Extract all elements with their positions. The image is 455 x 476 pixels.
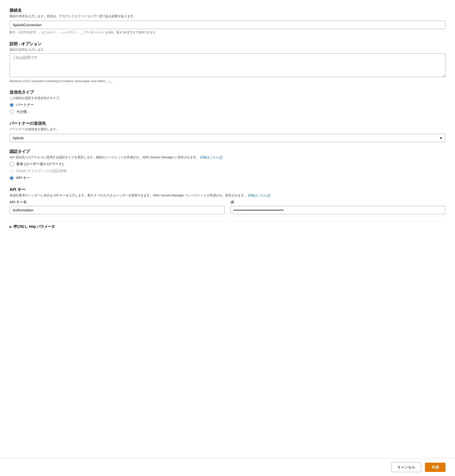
partner-destination-wrapper: Splunk Datadog Dynatrace New Relic Sumo …: [9, 134, 446, 142]
auth-type-basic-radio[interactable]: [9, 162, 14, 166]
partner-destination-select[interactable]: Splunk Datadog Dynatrace New Relic Sumo …: [9, 134, 446, 142]
destination-type-other-radio[interactable]: [9, 110, 14, 114]
auth-type-link[interactable]: 詳細はこちら: [200, 155, 222, 159]
http-params-label: 呼び出し Http パラメータ: [14, 225, 55, 229]
description-section: 説明 - オプション 接続の説明を入力します。 Maximum of 512 c…: [9, 41, 446, 83]
auth-type-basic-label: 基本 (ユーザー名/パスワード): [16, 162, 63, 166]
destination-type-desc: この接続が認証する送信先のタイプ。: [9, 96, 446, 100]
api-key-name-label: API キー名: [9, 200, 225, 204]
description-desc: 接続の説明を入力します。: [9, 48, 446, 52]
auth-type-label: 認証タイプ: [9, 149, 446, 154]
http-params-section: ▶ 呼び出し Http パラメータ: [9, 221, 446, 229]
description-input[interactable]: [9, 53, 446, 77]
partner-destination-label: パートナーの送信先: [9, 121, 446, 126]
external-link-icon: [219, 156, 222, 159]
auth-type-section: 認証タイプ API 送信先へのアクセスに使用する認証タイプを選択します。接続のシ…: [9, 149, 446, 180]
destination-type-other-label: その他: [16, 109, 27, 114]
connection-name-hint: 数字、小文字/大文字、.（ピリオド）、-（ハイフン）、_（アンダーバー）を含め、…: [9, 31, 446, 34]
expand-triangle-icon: ▶: [9, 225, 12, 228]
auth-type-radio-group: 基本 (ユーザー名/パスワード) OAuth クライアントの認証情報 API キ…: [9, 162, 446, 180]
apikey-external-link-icon: [267, 194, 270, 197]
connection-name-section: 接続名 接続の名前を入力します。名前は、アカウントとリージョンで一意である必要が…: [9, 8, 446, 34]
auth-type-basic-option[interactable]: 基本 (ユーザー名/パスワード): [9, 162, 446, 166]
destination-type-radio-group: パートナー その他: [9, 103, 446, 114]
connection-name-desc: 接続の名前を入力します。名前は、アカウントとリージョンで一意である必要があります…: [9, 14, 446, 18]
partner-destination-section: パートナーの送信先 パートナーの送信先を選択します。 Splunk Datado…: [9, 121, 446, 142]
http-params-header[interactable]: ▶ 呼び出し Http パラメータ: [9, 225, 446, 229]
description-label: 説明 - オプション: [9, 41, 446, 47]
destination-type-partner-option[interactable]: パートナー: [9, 103, 446, 107]
api-key-value-label: 値: [230, 200, 446, 204]
api-key-value-col: 値: [230, 200, 446, 214]
api-key-row: API キー名 値: [9, 200, 446, 214]
destination-type-partner-label: パートナー: [16, 103, 34, 107]
destination-type-other-option[interactable]: その他: [9, 109, 446, 114]
apikey-section-label: API キー: [9, 187, 446, 192]
destination-type-label: 送信先タイプ: [9, 89, 446, 95]
auth-type-apikey-label: API キー: [16, 176, 30, 180]
destination-type-section: 送信先タイプ この接続が認証する送信先のタイプ。 パートナー その他: [9, 89, 446, 114]
create-button[interactable]: 作成: [425, 463, 446, 472]
auth-type-oauth-label: OAuth クライアントの認証情報: [16, 169, 67, 173]
api-key-name-input[interactable]: [9, 206, 225, 214]
description-hint: Maximum of 512 characters consisting of …: [9, 80, 446, 83]
api-key-value-input[interactable]: [230, 206, 446, 214]
footer-bar: キャンセル 作成: [0, 458, 455, 476]
connection-name-label: 接続名: [9, 8, 446, 13]
auth-type-apikey-option[interactable]: API キー: [9, 176, 446, 180]
api-key-name-col: API キー名: [9, 200, 225, 214]
apikey-section: API キー 各認証要求のヘッダーに含める API キーを入力します。最大 5 …: [9, 187, 446, 214]
cancel-button[interactable]: キャンセル: [391, 462, 421, 472]
apikey-link[interactable]: 詳細はこちら: [248, 194, 270, 197]
auth-type-desc: API 送信先へのアクセスに使用する認証タイプを選択します。接続のシークレットが…: [9, 155, 446, 160]
auth-type-oauth-radio: [9, 169, 14, 173]
destination-type-partner-radio[interactable]: [9, 103, 14, 107]
auth-type-oauth-option: OAuth クライアントの認証情報: [9, 169, 446, 173]
connection-name-input[interactable]: [9, 21, 446, 29]
auth-type-apikey-radio[interactable]: [9, 176, 14, 180]
partner-destination-desc: パートナーの送信先を選択します。: [9, 127, 446, 131]
apikey-section-desc: 各認証要求のヘッダーに含める API キーを入力します。最大 5 つのカスタムヘ…: [9, 193, 446, 198]
